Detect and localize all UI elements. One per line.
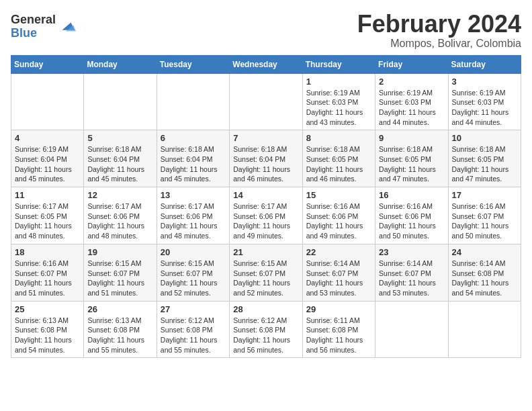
day-cell: 7Sunrise: 6:18 AMSunset: 6:04 PMDaylight… <box>230 130 302 187</box>
week-row-3: 11Sunrise: 6:17 AMSunset: 6:05 PMDayligh… <box>11 187 521 244</box>
week-row-2: 4Sunrise: 6:19 AMSunset: 6:04 PMDaylight… <box>11 130 521 187</box>
day-cell: 24Sunrise: 6:14 AMSunset: 6:08 PMDayligh… <box>448 244 521 301</box>
day-cell: 1Sunrise: 6:19 AMSunset: 6:03 PMDaylight… <box>302 73 375 130</box>
page-header: General Blue February 2024 Mompos, Boliv… <box>11 11 521 50</box>
logo: General Blue <box>11 13 76 40</box>
title-area: February 2024 Mompos, Bolivar, Colombia <box>357 11 521 50</box>
day-number: 9 <box>379 133 444 143</box>
day-cell: 3Sunrise: 6:19 AMSunset: 6:03 PMDaylight… <box>448 73 521 130</box>
day-info: Sunrise: 6:13 AMSunset: 6:08 PMDaylight:… <box>87 316 152 355</box>
day-number: 5 <box>87 133 152 143</box>
day-info: Sunrise: 6:14 AMSunset: 6:08 PMDaylight:… <box>452 259 517 298</box>
day-info: Sunrise: 6:15 AMSunset: 6:07 PMDaylight:… <box>87 259 152 298</box>
day-cell <box>448 301 521 358</box>
day-number: 14 <box>233 190 298 200</box>
day-info: Sunrise: 6:12 AMSunset: 6:08 PMDaylight:… <box>233 316 298 355</box>
day-number: 3 <box>452 77 517 87</box>
day-cell: 12Sunrise: 6:17 AMSunset: 6:06 PMDayligh… <box>84 187 157 244</box>
day-cell: 26Sunrise: 6:13 AMSunset: 6:08 PMDayligh… <box>84 301 157 358</box>
day-number: 20 <box>161 247 226 257</box>
day-info: Sunrise: 6:18 AMSunset: 6:05 PMDaylight:… <box>306 144 371 184</box>
day-cell <box>157 73 229 130</box>
day-info: Sunrise: 6:11 AMSunset: 6:08 PMDaylight:… <box>306 316 371 355</box>
day-info: Sunrise: 6:12 AMSunset: 6:08 PMDaylight:… <box>161 316 226 355</box>
day-number: 21 <box>233 247 298 257</box>
day-number: 1 <box>306 77 371 87</box>
header-cell-sunday: Sunday <box>11 55 84 73</box>
day-cell: 8Sunrise: 6:18 AMSunset: 6:05 PMDaylight… <box>302 130 375 187</box>
header-cell-tuesday: Tuesday <box>157 55 229 73</box>
day-cell: 9Sunrise: 6:18 AMSunset: 6:05 PMDaylight… <box>375 130 448 187</box>
day-number: 10 <box>452 133 517 143</box>
day-cell: 2Sunrise: 6:19 AMSunset: 6:03 PMDaylight… <box>375 73 448 130</box>
header-cell-wednesday: Wednesday <box>230 55 302 73</box>
day-number: 6 <box>161 133 226 143</box>
day-cell: 20Sunrise: 6:15 AMSunset: 6:07 PMDayligh… <box>157 244 229 301</box>
day-cell: 28Sunrise: 6:12 AMSunset: 6:08 PMDayligh… <box>230 301 302 358</box>
day-number: 26 <box>87 304 152 314</box>
week-row-5: 25Sunrise: 6:13 AMSunset: 6:08 PMDayligh… <box>11 301 521 358</box>
logo-blue-text: Blue <box>11 27 56 40</box>
day-cell <box>84 73 157 130</box>
day-number: 29 <box>306 304 371 314</box>
day-info: Sunrise: 6:18 AMSunset: 6:04 PMDaylight:… <box>87 144 152 184</box>
day-cell <box>230 73 302 130</box>
day-number: 25 <box>15 304 80 314</box>
day-cell: 18Sunrise: 6:16 AMSunset: 6:07 PMDayligh… <box>11 244 84 301</box>
week-row-1: 1Sunrise: 6:19 AMSunset: 6:03 PMDaylight… <box>11 73 521 130</box>
day-number: 18 <box>15 247 80 257</box>
day-cell: 21Sunrise: 6:15 AMSunset: 6:07 PMDayligh… <box>230 244 302 301</box>
day-cell: 29Sunrise: 6:11 AMSunset: 6:08 PMDayligh… <box>302 301 375 358</box>
day-number: 17 <box>452 190 517 200</box>
day-info: Sunrise: 6:19 AMSunset: 6:04 PMDaylight:… <box>15 144 80 184</box>
day-info: Sunrise: 6:17 AMSunset: 6:05 PMDaylight:… <box>15 201 80 241</box>
day-number: 22 <box>306 247 371 257</box>
day-cell: 27Sunrise: 6:12 AMSunset: 6:08 PMDayligh… <box>157 301 229 358</box>
day-number: 7 <box>233 133 298 143</box>
day-cell: 22Sunrise: 6:14 AMSunset: 6:07 PMDayligh… <box>302 244 375 301</box>
day-number: 19 <box>87 247 152 257</box>
header-cell-friday: Friday <box>375 55 448 73</box>
day-cell: 4Sunrise: 6:19 AMSunset: 6:04 PMDaylight… <box>11 130 84 187</box>
day-number: 4 <box>15 133 80 143</box>
day-info: Sunrise: 6:18 AMSunset: 6:04 PMDaylight:… <box>233 144 298 184</box>
day-cell: 14Sunrise: 6:17 AMSunset: 6:06 PMDayligh… <box>230 187 302 244</box>
day-number: 15 <box>306 190 371 200</box>
day-cell <box>375 301 448 358</box>
day-number: 24 <box>452 247 517 257</box>
day-cell: 19Sunrise: 6:15 AMSunset: 6:07 PMDayligh… <box>84 244 157 301</box>
day-cell <box>11 73 84 130</box>
day-info: Sunrise: 6:17 AMSunset: 6:06 PMDaylight:… <box>233 201 298 241</box>
day-cell: 16Sunrise: 6:16 AMSunset: 6:06 PMDayligh… <box>375 187 448 244</box>
calendar-table: SundayMondayTuesdayWednesdayThursdayFrid… <box>11 55 521 359</box>
day-info: Sunrise: 6:18 AMSunset: 6:05 PMDaylight:… <box>379 144 444 184</box>
day-cell: 17Sunrise: 6:16 AMSunset: 6:07 PMDayligh… <box>448 187 521 244</box>
day-cell: 13Sunrise: 6:17 AMSunset: 6:06 PMDayligh… <box>157 187 229 244</box>
day-info: Sunrise: 6:19 AMSunset: 6:03 PMDaylight:… <box>306 88 371 128</box>
header-row: SundayMondayTuesdayWednesdayThursdayFrid… <box>11 55 521 73</box>
day-number: 23 <box>379 247 444 257</box>
header-cell-thursday: Thursday <box>302 55 375 73</box>
day-info: Sunrise: 6:16 AMSunset: 6:07 PMDaylight:… <box>15 259 80 298</box>
day-info: Sunrise: 6:17 AMSunset: 6:06 PMDaylight:… <box>87 201 152 241</box>
day-info: Sunrise: 6:19 AMSunset: 6:03 PMDaylight:… <box>452 88 517 128</box>
day-info: Sunrise: 6:15 AMSunset: 6:07 PMDaylight:… <box>233 259 298 298</box>
day-info: Sunrise: 6:16 AMSunset: 6:06 PMDaylight:… <box>306 201 371 241</box>
day-info: Sunrise: 6:14 AMSunset: 6:07 PMDaylight:… <box>306 259 371 298</box>
day-number: 27 <box>161 304 226 314</box>
logo-general-text: General <box>11 13 56 27</box>
day-info: Sunrise: 6:15 AMSunset: 6:07 PMDaylight:… <box>161 259 226 298</box>
day-cell: 11Sunrise: 6:17 AMSunset: 6:05 PMDayligh… <box>11 187 84 244</box>
day-cell: 10Sunrise: 6:18 AMSunset: 6:05 PMDayligh… <box>448 130 521 187</box>
day-number: 12 <box>87 190 152 200</box>
day-cell: 23Sunrise: 6:14 AMSunset: 6:07 PMDayligh… <box>375 244 448 301</box>
day-info: Sunrise: 6:19 AMSunset: 6:03 PMDaylight:… <box>379 88 444 128</box>
day-info: Sunrise: 6:16 AMSunset: 6:07 PMDaylight:… <box>452 201 517 241</box>
week-row-4: 18Sunrise: 6:16 AMSunset: 6:07 PMDayligh… <box>11 244 521 301</box>
month-title: February 2024 <box>357 11 521 38</box>
day-info: Sunrise: 6:14 AMSunset: 6:07 PMDaylight:… <box>379 259 444 298</box>
day-number: 8 <box>306 133 371 143</box>
day-cell: 6Sunrise: 6:18 AMSunset: 6:04 PMDaylight… <box>157 130 229 187</box>
day-number: 28 <box>233 304 298 314</box>
day-info: Sunrise: 6:18 AMSunset: 6:04 PMDaylight:… <box>161 144 226 184</box>
